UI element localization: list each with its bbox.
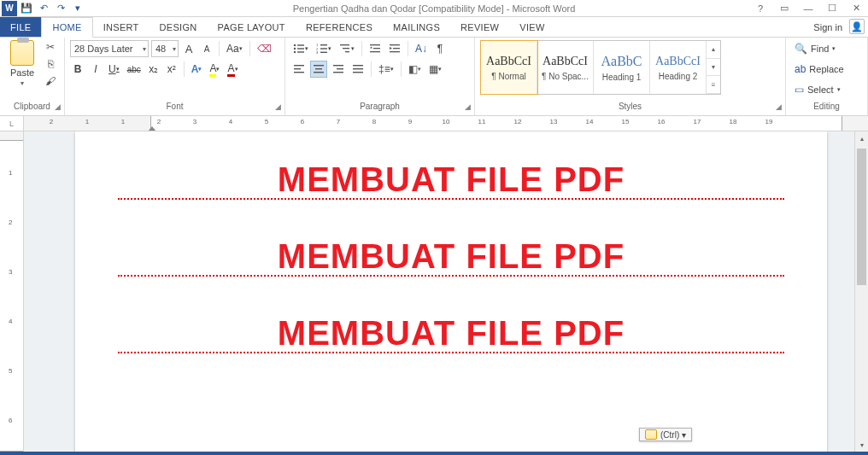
- svg-point-0: [294, 44, 296, 46]
- svg-rect-15: [370, 44, 380, 45]
- strikethrough-button[interactable]: abc: [125, 61, 144, 78]
- scroll-up-icon[interactable]: ▴: [855, 131, 868, 145]
- undo-icon[interactable]: ↶: [36, 1, 51, 16]
- style-heading-2[interactable]: AaBbCcIHeading 2: [650, 41, 707, 94]
- window-title: Pengertian Qadha dan Qodar [Compatibilit…: [293, 3, 576, 14]
- tab-design[interactable]: DESIGN: [150, 17, 208, 37]
- tab-mailings[interactable]: MAILINGS: [383, 17, 450, 37]
- change-case-button[interactable]: Aa▾: [224, 40, 245, 57]
- styles-scroll-up-icon[interactable]: ▴: [707, 41, 720, 59]
- vertical-ruler[interactable]: 123456: [0, 131, 24, 452]
- work-area: 123456 MEMBUAT FILE PDF MEMBUAT FILE PDF…: [0, 131, 868, 452]
- tab-home[interactable]: HOME: [41, 17, 92, 38]
- bold-button[interactable]: B: [70, 61, 85, 78]
- sign-in-link[interactable]: Sign in: [813, 17, 842, 38]
- italic-button[interactable]: I: [88, 61, 103, 78]
- svg-marker-17: [370, 47, 372, 49]
- vertical-scrollbar[interactable]: ▴ ▾: [854, 131, 868, 452]
- font-dialog-launcher-icon[interactable]: ◢: [275, 102, 281, 111]
- bullets-button[interactable]: ▾: [290, 40, 311, 57]
- svg-rect-34: [353, 72, 363, 73]
- scroll-thumb[interactable]: [857, 149, 866, 285]
- cut-icon[interactable]: ✂: [43, 40, 58, 54]
- superscript-button[interactable]: x²: [164, 61, 179, 78]
- tab-page-layout[interactable]: PAGE LAYOUT: [208, 17, 296, 37]
- horizontal-ruler-row: L 2112345678910111213141516171819: [0, 116, 868, 131]
- svg-rect-22: [390, 51, 400, 52]
- window-controls: ? ▭ — ☐ ✕: [748, 0, 868, 17]
- underline-button[interactable]: U▾: [106, 61, 122, 78]
- paragraph-dialog-launcher-icon[interactable]: ◢: [465, 102, 471, 111]
- subscript-button[interactable]: x₂: [146, 61, 161, 78]
- style-heading-1[interactable]: AaBbCHeading 1: [594, 41, 650, 94]
- font-size-combo[interactable]: 48▾: [151, 40, 179, 57]
- line-spacing-button[interactable]: ‡≡▾: [376, 61, 396, 78]
- decrease-indent-icon[interactable]: [367, 40, 384, 57]
- paste-button[interactable]: Paste ▾: [5, 40, 39, 87]
- group-label-editing: Editing: [786, 102, 867, 115]
- maximize-icon[interactable]: ☐: [820, 0, 844, 17]
- svg-rect-19: [390, 44, 400, 45]
- sort-icon[interactable]: A↓: [413, 40, 430, 57]
- group-label-clipboard: Clipboard◢: [0, 102, 64, 115]
- style-normal[interactable]: AaBbCcI¶ Normal: [481, 41, 537, 94]
- svg-rect-28: [314, 72, 324, 73]
- text-effects-button[interactable]: A▾: [189, 61, 205, 78]
- align-left-icon[interactable]: [290, 61, 308, 78]
- svg-rect-13: [343, 48, 349, 49]
- save-icon[interactable]: 💾: [19, 1, 34, 16]
- format-painter-icon[interactable]: 🖌: [43, 74, 58, 88]
- justify-icon[interactable]: [349, 61, 367, 78]
- redo-icon[interactable]: ↷: [53, 1, 68, 16]
- doc-line-2: MEMBUAT FILE PDF: [118, 239, 784, 277]
- ribbon-options-icon[interactable]: ▭: [772, 0, 796, 17]
- svg-rect-33: [353, 68, 363, 69]
- shading-button[interactable]: ◧▾: [406, 61, 424, 78]
- font-name-combo[interactable]: 28 Days Later▾: [70, 40, 149, 57]
- tab-view[interactable]: VIEW: [509, 17, 554, 37]
- style-no-spacing[interactable]: AaBbCcI¶ No Spac...: [537, 41, 594, 94]
- shrink-font-icon[interactable]: A: [199, 40, 214, 57]
- horizontal-ruler[interactable]: 2112345678910111213141516171819: [24, 116, 868, 131]
- find-button[interactable]: 🔍Find ▾: [791, 40, 839, 57]
- multilevel-list-button[interactable]: ▾: [337, 40, 357, 57]
- tab-references[interactable]: REFERENCES: [296, 17, 383, 37]
- close-icon[interactable]: ✕: [844, 0, 868, 17]
- copy-icon[interactable]: ⎘: [43, 57, 58, 71]
- help-icon[interactable]: ?: [748, 0, 772, 17]
- font-color-button[interactable]: A▾: [225, 61, 240, 78]
- tab-file[interactable]: FILE: [0, 17, 41, 37]
- scroll-down-icon[interactable]: ▾: [855, 438, 868, 452]
- find-icon: 🔍: [795, 43, 807, 55]
- styles-dialog-launcher-icon[interactable]: ◢: [776, 102, 782, 111]
- tab-insert[interactable]: INSERT: [93, 17, 150, 37]
- doc-line-1: MEMBUAT FILE PDF: [118, 162, 784, 200]
- clipboard-dialog-launcher-icon[interactable]: ◢: [55, 102, 61, 111]
- numbering-button[interactable]: 123▾: [314, 40, 334, 57]
- clear-formatting-icon[interactable]: ⌫: [255, 40, 274, 57]
- user-icon[interactable]: 👤: [849, 19, 865, 34]
- svg-point-2: [294, 48, 296, 50]
- word-app-icon[interactable]: W: [2, 1, 17, 16]
- select-button[interactable]: ▭Select ▾: [791, 81, 844, 98]
- group-font: 28 Days Later▾ 48▾ A A Aa▾ ⌫ B I U▾ abc …: [65, 38, 285, 115]
- styles-scroll-down-icon[interactable]: ▾: [707, 59, 720, 77]
- highlight-button[interactable]: A▾: [207, 61, 222, 78]
- group-label-paragraph: Paragraph◢: [285, 102, 474, 115]
- styles-more-icon[interactable]: ≡: [707, 76, 720, 94]
- tab-selector-icon[interactable]: L: [0, 116, 24, 131]
- tab-review[interactable]: REVIEW: [450, 17, 509, 37]
- grow-font-icon[interactable]: A: [181, 40, 196, 57]
- paste-options-smarttag[interactable]: (Ctrl) ▾: [639, 428, 692, 441]
- qat-customize-icon[interactable]: ▾: [70, 1, 85, 16]
- borders-button[interactable]: ▦▾: [426, 61, 444, 78]
- document-viewport[interactable]: MEMBUAT FILE PDF MEMBUAT FILE PDF MEMBUA…: [24, 131, 854, 452]
- svg-rect-25: [294, 72, 304, 73]
- increase-indent-icon[interactable]: [386, 40, 403, 57]
- show-marks-icon[interactable]: ¶: [432, 40, 448, 57]
- svg-rect-18: [370, 51, 380, 52]
- align-right-icon[interactable]: [330, 61, 347, 78]
- replace-button[interactable]: abReplace: [791, 61, 847, 78]
- minimize-icon[interactable]: —: [796, 0, 820, 17]
- align-center-icon[interactable]: [310, 61, 327, 78]
